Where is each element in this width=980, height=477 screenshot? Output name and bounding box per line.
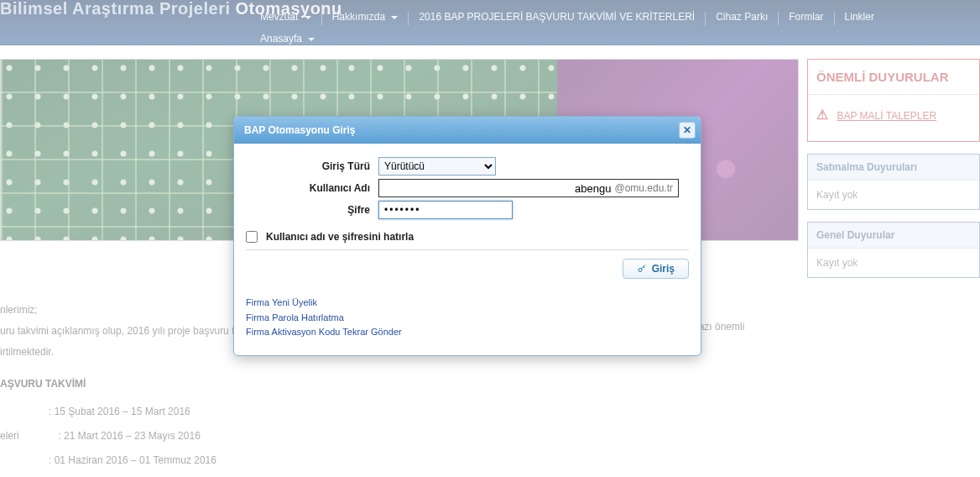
nav-label: Linkler <box>845 11 874 23</box>
nav-label: Mevzuat <box>260 11 298 23</box>
chevron-down-icon <box>305 16 311 19</box>
dialog-body: Giriş Türü Yürütücü Kullanıcı Adı @omu.e… <box>234 144 701 355</box>
password-input[interactable] <box>378 201 513 219</box>
nav-item-cihaz[interactable]: Cihaz Parkı <box>706 8 778 26</box>
right-sidebar: ÖNEMLİ DUYURULAR ⚠ BAP MALİ TALEPLER Sat… <box>807 59 980 290</box>
general-announcements-panel: Genel Duyurular Kayıt yok <box>807 222 980 278</box>
site-title-main: Bilimsel Araştırma Projeleri <box>0 0 231 18</box>
link-firma-forgot[interactable]: Firma Parola Hatırlatma <box>246 311 689 326</box>
content-row-label: eleri <box>0 430 19 442</box>
important-announcements-panel: ÖNEMLİ DUYURULAR ⚠ BAP MALİ TALEPLER <box>807 59 980 142</box>
nav-label: Formlar <box>789 11 823 23</box>
nav-label: Anasayfa <box>260 33 302 45</box>
nav-item-hakkimizda[interactable]: Hakkımızda <box>322 8 409 26</box>
dialog-title: BAP Otomasyonu Giriş <box>244 124 679 136</box>
panel-title: Satınalma Duyuruları <box>808 155 979 181</box>
content-row-value: : 21 Mart 2016 – 23 Mayıs 2016 <box>58 430 200 442</box>
panel-title: Genel Duyurular <box>808 223 979 249</box>
remember-label: Kullanıcı adı ve şifresini hatırla <box>266 231 414 243</box>
key-icon <box>637 264 647 274</box>
nav-item-linkler[interactable]: Linkler <box>835 8 884 26</box>
dialog-links: Firma Yeni Üyelik Firma Parola Hatırlatm… <box>246 296 689 340</box>
content-heading: AŞVURU TAKVİMİ <box>0 378 86 390</box>
nav-item-formlar[interactable]: Formlar <box>779 8 833 26</box>
link-firma-signup[interactable]: Firma Yeni Üyelik <box>246 296 689 311</box>
remember-checkbox[interactable] <box>246 231 258 243</box>
login-type-select[interactable]: Yürütücü <box>378 157 496 176</box>
login-button[interactable]: Giriş <box>623 259 689 279</box>
login-type-label: Giriş Türü <box>246 160 378 172</box>
close-icon: ✕ <box>683 124 691 136</box>
nav-label: Cihaz Parkı <box>716 11 768 23</box>
username-label: Kullanıcı Adı <box>246 182 378 194</box>
announcement-link-bap-mali[interactable]: BAP MALİ TALEPLER <box>837 110 936 122</box>
username-input[interactable] <box>379 182 612 195</box>
content-line: uru takvimi açıklanmış olup, 2016 yılı p… <box>0 325 240 337</box>
login-dialog: BAP Otomasyonu Giriş ✕ Giriş Türü Yürütü… <box>233 116 701 356</box>
purchase-announcements-panel: Satınalma Duyuruları Kayıt yok <box>807 154 980 210</box>
svg-point-0 <box>639 269 642 272</box>
panel-empty-text: Kayıt yok <box>808 181 979 209</box>
content-row: : 01 Haziran 2016 – 01 Temmuz 2016 <box>49 453 730 469</box>
header-band: Bilimsel Araştırma Projeleri Otomasyonu … <box>0 0 980 45</box>
chevron-down-icon <box>308 38 315 41</box>
top-nav: Mevzuat Hakkımızda 2016 BAP PROJELERİ BA… <box>250 8 977 48</box>
panel-title: ÖNEMLİ DUYURULAR <box>808 60 979 95</box>
password-label: Şifre <box>246 204 378 216</box>
nav-label: Hakkımızda <box>332 11 385 23</box>
nav-item-takvim[interactable]: 2016 BAP PROJELERİ BAŞVURU TAKVİMİ VE KR… <box>409 8 705 26</box>
nav-item-anasayfa[interactable]: Anasayfa <box>250 26 325 48</box>
nav-item-mevzuat[interactable]: Mevzuat <box>250 8 321 26</box>
chevron-down-icon <box>391 16 398 19</box>
login-button-label: Giriş <box>652 263 675 275</box>
close-button[interactable]: ✕ <box>679 122 696 139</box>
username-field-wrapper: @omu.edu.tr <box>378 179 679 197</box>
panel-empty-text: Kayıt yok <box>808 249 979 277</box>
username-domain-suffix: @omu.edu.tr <box>612 182 678 194</box>
content-row: : 15 Şubat 2016 – 15 Mart 2016 <box>49 404 730 420</box>
alert-icon: ⚠ <box>816 107 828 122</box>
nav-label: 2016 BAP PROJELERİ BAŞVURU TAKVİMİ VE KR… <box>419 11 695 23</box>
link-firma-resend[interactable]: Firma Aktivasyon Kodu Tekrar Gönder <box>246 325 689 340</box>
dialog-titlebar: BAP Otomasyonu Giriş ✕ <box>234 117 701 144</box>
